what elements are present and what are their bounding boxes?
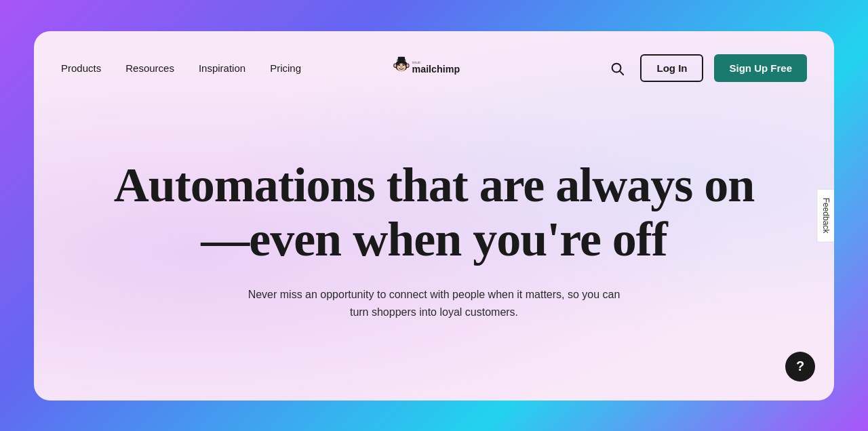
feedback-tab[interactable]: Feedback [817,189,834,243]
search-button[interactable] [605,56,629,81]
nav-item-inspiration[interactable]: Inspiration [199,62,245,74]
svg-point-7 [403,63,405,65]
login-button[interactable]: Log In [640,54,703,82]
hero-section: Automations that are always on—even when… [34,106,834,401]
svg-point-3 [394,64,396,67]
help-button[interactable]: ? [785,352,815,382]
svg-point-4 [406,64,408,67]
svg-line-16 [620,71,624,75]
nav-item-resources[interactable]: Resources [125,62,174,74]
search-icon [610,61,625,76]
nav-right: Log In Sign Up Free [605,54,807,82]
svg-point-6 [398,63,400,65]
svg-point-9 [403,64,404,64]
svg-text:mailchimp: mailchimp [412,64,460,75]
mailchimp-logo: intuit mailchimp [390,54,478,81]
svg-point-10 [400,66,403,68]
logo-container: intuit mailchimp [390,54,478,83]
nav-item-products[interactable]: Products [61,62,101,74]
nav-left: Products Resources Inspiration Pricing [61,62,301,74]
hero-title: Automations that are always on—even when… [102,158,766,267]
main-card: Products Resources Inspiration Pricing [34,31,834,401]
nav-item-pricing[interactable]: Pricing [270,62,301,74]
signup-button[interactable]: Sign Up Free [714,54,807,82]
svg-rect-12 [398,56,405,60]
hero-subtitle: Never miss an opportunity to connect wit… [244,286,624,321]
navbar: Products Resources Inspiration Pricing [34,31,834,106]
svg-point-8 [399,64,400,64]
